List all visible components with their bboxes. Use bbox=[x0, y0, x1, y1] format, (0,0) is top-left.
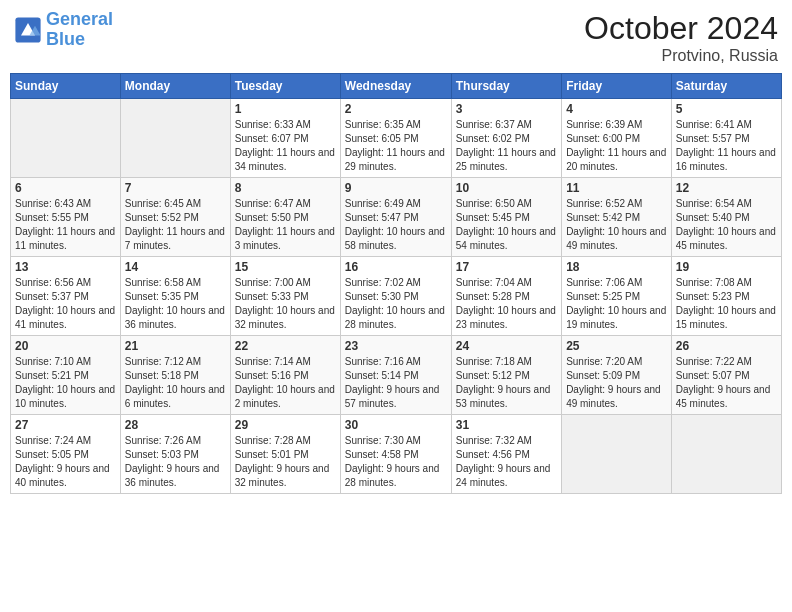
weekday-header: Sunday bbox=[11, 74, 121, 99]
calendar-cell: 6Sunrise: 6:43 AMSunset: 5:55 PMDaylight… bbox=[11, 178, 121, 257]
day-info: Sunrise: 6:56 AMSunset: 5:37 PMDaylight:… bbox=[15, 276, 116, 332]
day-info: Sunrise: 7:30 AMSunset: 4:58 PMDaylight:… bbox=[345, 434, 447, 490]
day-info: Sunrise: 6:50 AMSunset: 5:45 PMDaylight:… bbox=[456, 197, 557, 253]
calendar-cell: 8Sunrise: 6:47 AMSunset: 5:50 PMDaylight… bbox=[230, 178, 340, 257]
calendar-week-row: 13Sunrise: 6:56 AMSunset: 5:37 PMDayligh… bbox=[11, 257, 782, 336]
calendar-week-row: 6Sunrise: 6:43 AMSunset: 5:55 PMDaylight… bbox=[11, 178, 782, 257]
day-number: 15 bbox=[235, 260, 336, 274]
day-info: Sunrise: 7:08 AMSunset: 5:23 PMDaylight:… bbox=[676, 276, 777, 332]
day-number: 13 bbox=[15, 260, 116, 274]
calendar-cell: 24Sunrise: 7:18 AMSunset: 5:12 PMDayligh… bbox=[451, 336, 561, 415]
day-info: Sunrise: 7:10 AMSunset: 5:21 PMDaylight:… bbox=[15, 355, 116, 411]
day-number: 30 bbox=[345, 418, 447, 432]
day-number: 4 bbox=[566, 102, 667, 116]
calendar-cell: 12Sunrise: 6:54 AMSunset: 5:40 PMDayligh… bbox=[671, 178, 781, 257]
calendar-cell bbox=[120, 99, 230, 178]
calendar-cell: 3Sunrise: 6:37 AMSunset: 6:02 PMDaylight… bbox=[451, 99, 561, 178]
day-info: Sunrise: 6:49 AMSunset: 5:47 PMDaylight:… bbox=[345, 197, 447, 253]
day-number: 20 bbox=[15, 339, 116, 353]
day-info: Sunrise: 6:33 AMSunset: 6:07 PMDaylight:… bbox=[235, 118, 336, 174]
calendar-week-row: 1Sunrise: 6:33 AMSunset: 6:07 PMDaylight… bbox=[11, 99, 782, 178]
day-info: Sunrise: 7:18 AMSunset: 5:12 PMDaylight:… bbox=[456, 355, 557, 411]
calendar-cell: 14Sunrise: 6:58 AMSunset: 5:35 PMDayligh… bbox=[120, 257, 230, 336]
day-number: 8 bbox=[235, 181, 336, 195]
title-block: October 2024 Protvino, Russia bbox=[584, 10, 778, 65]
weekday-header: Wednesday bbox=[340, 74, 451, 99]
day-info: Sunrise: 7:22 AMSunset: 5:07 PMDaylight:… bbox=[676, 355, 777, 411]
calendar-cell: 9Sunrise: 6:49 AMSunset: 5:47 PMDaylight… bbox=[340, 178, 451, 257]
day-number: 31 bbox=[456, 418, 557, 432]
day-number: 10 bbox=[456, 181, 557, 195]
day-number: 2 bbox=[345, 102, 447, 116]
day-info: Sunrise: 7:28 AMSunset: 5:01 PMDaylight:… bbox=[235, 434, 336, 490]
calendar-cell: 25Sunrise: 7:20 AMSunset: 5:09 PMDayligh… bbox=[562, 336, 672, 415]
calendar-cell: 19Sunrise: 7:08 AMSunset: 5:23 PMDayligh… bbox=[671, 257, 781, 336]
calendar-cell: 10Sunrise: 6:50 AMSunset: 5:45 PMDayligh… bbox=[451, 178, 561, 257]
weekday-header: Saturday bbox=[671, 74, 781, 99]
calendar-cell: 20Sunrise: 7:10 AMSunset: 5:21 PMDayligh… bbox=[11, 336, 121, 415]
logo: General Blue bbox=[14, 10, 113, 50]
calendar-cell: 29Sunrise: 7:28 AMSunset: 5:01 PMDayligh… bbox=[230, 415, 340, 494]
calendar-cell: 23Sunrise: 7:16 AMSunset: 5:14 PMDayligh… bbox=[340, 336, 451, 415]
day-info: Sunrise: 7:06 AMSunset: 5:25 PMDaylight:… bbox=[566, 276, 667, 332]
day-number: 3 bbox=[456, 102, 557, 116]
calendar-week-row: 27Sunrise: 7:24 AMSunset: 5:05 PMDayligh… bbox=[11, 415, 782, 494]
calendar-cell: 22Sunrise: 7:14 AMSunset: 5:16 PMDayligh… bbox=[230, 336, 340, 415]
day-info: Sunrise: 6:58 AMSunset: 5:35 PMDaylight:… bbox=[125, 276, 226, 332]
day-number: 1 bbox=[235, 102, 336, 116]
day-number: 26 bbox=[676, 339, 777, 353]
calendar-cell: 17Sunrise: 7:04 AMSunset: 5:28 PMDayligh… bbox=[451, 257, 561, 336]
location: Protvino, Russia bbox=[584, 47, 778, 65]
day-info: Sunrise: 7:04 AMSunset: 5:28 PMDaylight:… bbox=[456, 276, 557, 332]
calendar-cell: 27Sunrise: 7:24 AMSunset: 5:05 PMDayligh… bbox=[11, 415, 121, 494]
day-number: 5 bbox=[676, 102, 777, 116]
calendar-cell: 26Sunrise: 7:22 AMSunset: 5:07 PMDayligh… bbox=[671, 336, 781, 415]
logo-text: General Blue bbox=[46, 10, 113, 50]
weekday-header: Friday bbox=[562, 74, 672, 99]
day-number: 11 bbox=[566, 181, 667, 195]
day-number: 16 bbox=[345, 260, 447, 274]
day-number: 25 bbox=[566, 339, 667, 353]
calendar-cell: 7Sunrise: 6:45 AMSunset: 5:52 PMDaylight… bbox=[120, 178, 230, 257]
day-number: 18 bbox=[566, 260, 667, 274]
day-info: Sunrise: 7:32 AMSunset: 4:56 PMDaylight:… bbox=[456, 434, 557, 490]
month-title: October 2024 bbox=[584, 10, 778, 47]
day-info: Sunrise: 7:16 AMSunset: 5:14 PMDaylight:… bbox=[345, 355, 447, 411]
weekday-header-row: SundayMondayTuesdayWednesdayThursdayFrid… bbox=[11, 74, 782, 99]
logo-icon bbox=[14, 16, 42, 44]
day-info: Sunrise: 7:24 AMSunset: 5:05 PMDaylight:… bbox=[15, 434, 116, 490]
calendar-cell: 21Sunrise: 7:12 AMSunset: 5:18 PMDayligh… bbox=[120, 336, 230, 415]
calendar-cell bbox=[671, 415, 781, 494]
calendar-cell: 1Sunrise: 6:33 AMSunset: 6:07 PMDaylight… bbox=[230, 99, 340, 178]
day-info: Sunrise: 6:35 AMSunset: 6:05 PMDaylight:… bbox=[345, 118, 447, 174]
day-number: 9 bbox=[345, 181, 447, 195]
calendar-cell: 28Sunrise: 7:26 AMSunset: 5:03 PMDayligh… bbox=[120, 415, 230, 494]
calendar-cell: 13Sunrise: 6:56 AMSunset: 5:37 PMDayligh… bbox=[11, 257, 121, 336]
day-number: 19 bbox=[676, 260, 777, 274]
day-info: Sunrise: 7:26 AMSunset: 5:03 PMDaylight:… bbox=[125, 434, 226, 490]
day-number: 21 bbox=[125, 339, 226, 353]
day-info: Sunrise: 6:54 AMSunset: 5:40 PMDaylight:… bbox=[676, 197, 777, 253]
day-number: 29 bbox=[235, 418, 336, 432]
day-info: Sunrise: 6:37 AMSunset: 6:02 PMDaylight:… bbox=[456, 118, 557, 174]
day-info: Sunrise: 6:45 AMSunset: 5:52 PMDaylight:… bbox=[125, 197, 226, 253]
day-info: Sunrise: 7:02 AMSunset: 5:30 PMDaylight:… bbox=[345, 276, 447, 332]
day-info: Sunrise: 6:47 AMSunset: 5:50 PMDaylight:… bbox=[235, 197, 336, 253]
day-number: 17 bbox=[456, 260, 557, 274]
day-number: 24 bbox=[456, 339, 557, 353]
calendar-cell: 15Sunrise: 7:00 AMSunset: 5:33 PMDayligh… bbox=[230, 257, 340, 336]
day-number: 12 bbox=[676, 181, 777, 195]
calendar-cell: 4Sunrise: 6:39 AMSunset: 6:00 PMDaylight… bbox=[562, 99, 672, 178]
weekday-header: Monday bbox=[120, 74, 230, 99]
day-info: Sunrise: 7:20 AMSunset: 5:09 PMDaylight:… bbox=[566, 355, 667, 411]
calendar-table: SundayMondayTuesdayWednesdayThursdayFrid… bbox=[10, 73, 782, 494]
day-info: Sunrise: 6:41 AMSunset: 5:57 PMDaylight:… bbox=[676, 118, 777, 174]
day-number: 22 bbox=[235, 339, 336, 353]
day-info: Sunrise: 6:39 AMSunset: 6:00 PMDaylight:… bbox=[566, 118, 667, 174]
day-number: 14 bbox=[125, 260, 226, 274]
weekday-header: Tuesday bbox=[230, 74, 340, 99]
day-info: Sunrise: 7:12 AMSunset: 5:18 PMDaylight:… bbox=[125, 355, 226, 411]
calendar-cell: 31Sunrise: 7:32 AMSunset: 4:56 PMDayligh… bbox=[451, 415, 561, 494]
calendar-cell bbox=[11, 99, 121, 178]
page-header: General Blue October 2024 Protvino, Russ… bbox=[10, 10, 782, 65]
